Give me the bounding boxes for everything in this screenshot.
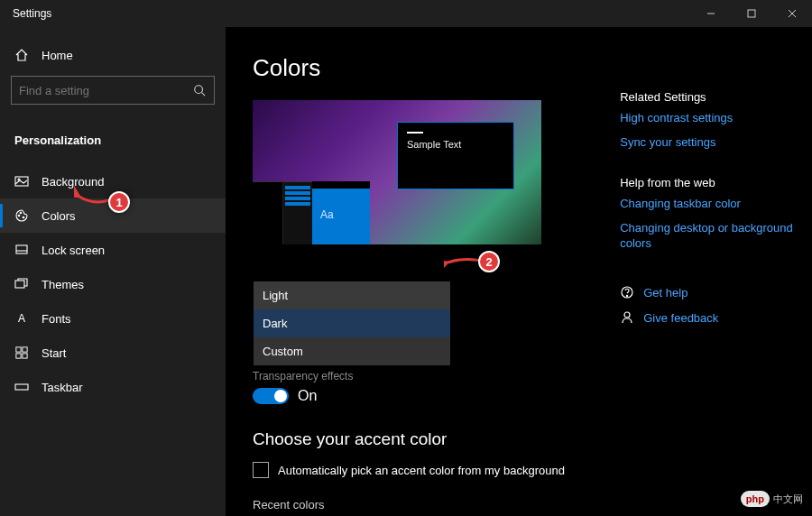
minimize-button[interactable] — [690, 0, 731, 27]
nav-label: Background — [42, 175, 104, 189]
start-icon — [14, 346, 29, 360]
nav-label: Themes — [42, 278, 84, 291]
nav-label: Colors — [42, 209, 76, 223]
recent-colors-label: Recent colors — [253, 498, 593, 511]
svg-rect-13 — [15, 281, 24, 288]
auto-accent-label: Automatically pick an accent color from … — [278, 464, 565, 477]
titlebar: Settings — [0, 0, 812, 27]
fonts-icon: A — [14, 311, 29, 326]
give-feedback-link[interactable]: Give feedback — [620, 310, 812, 325]
accent-heading: Choose your accent color — [253, 429, 593, 449]
color-mode-dropdown[interactable]: Light Dark Custom — [253, 281, 451, 366]
search-field[interactable] — [19, 84, 192, 97]
color-mode-option-dark[interactable]: Dark — [254, 309, 450, 337]
nav-lockscreen[interactable]: Lock screen — [0, 233, 226, 267]
color-mode-option-custom[interactable]: Custom — [254, 337, 450, 365]
svg-line-5 — [202, 93, 206, 97]
transparency-toggle[interactable] — [253, 388, 289, 404]
taskbar-icon — [14, 380, 29, 394]
svg-point-4 — [195, 86, 203, 94]
color-preview: Aa Sample Text — [253, 100, 541, 244]
annotation-callout-1: 1 — [108, 191, 130, 213]
nav-label: Start — [42, 346, 66, 360]
nav-themes[interactable]: Themes — [0, 267, 226, 301]
page-title: Colors — [253, 54, 593, 82]
auto-accent-checkbox[interactable] — [253, 462, 269, 478]
watermark: php 中文网 — [741, 491, 803, 507]
preview-aa: Aa — [320, 208, 334, 221]
link-high-contrast[interactable]: High contrast settings — [620, 111, 812, 126]
nav-fonts[interactable]: A Fonts — [0, 301, 226, 336]
preview-sample-text: Sample Text — [407, 139, 504, 150]
settings-window: Settings Home Personalization Backgro — [0, 0, 812, 516]
svg-rect-16 — [16, 354, 21, 358]
annotation-callout-2: 2 — [478, 251, 500, 272]
link-sync-settings[interactable]: Sync your settings — [620, 135, 812, 151]
window-title: Settings — [13, 7, 51, 20]
picture-icon — [14, 174, 29, 189]
watermark-logo: php — [741, 491, 770, 507]
nav-label: Lock screen — [42, 244, 105, 257]
svg-rect-18 — [15, 384, 28, 390]
svg-rect-1 — [748, 10, 755, 17]
nav-category: Personalization — [0, 123, 226, 157]
svg-point-21 — [624, 312, 630, 318]
feedback-icon — [620, 310, 634, 325]
nav-home-label: Home — [42, 49, 73, 62]
svg-point-20 — [627, 296, 628, 297]
watermark-text: 中文网 — [773, 493, 803, 506]
nav-home[interactable]: Home — [0, 38, 226, 72]
transparency-state: On — [298, 388, 317, 404]
right-column: Related Settings High contrast settings … — [620, 54, 812, 516]
preview-sample-window: Sample Text — [397, 122, 514, 189]
main-content: Colors Aa — [226, 27, 812, 516]
maximize-button[interactable] — [731, 0, 771, 27]
svg-rect-14 — [16, 347, 21, 352]
help-heading: Help from the web — [620, 176, 812, 189]
lock-icon — [14, 243, 29, 257]
get-help-link[interactable]: Get help — [620, 285, 812, 299]
nav-label: Taskbar — [42, 381, 83, 394]
themes-icon — [14, 277, 29, 291]
svg-point-8 — [18, 215, 20, 217]
svg-point-9 — [20, 212, 22, 214]
link-taskbar-color[interactable]: Changing taskbar color — [620, 197, 812, 212]
help-icon — [620, 285, 634, 299]
svg-rect-15 — [23, 347, 27, 352]
svg-rect-11 — [16, 245, 27, 253]
palette-icon — [14, 208, 29, 223]
search-icon — [192, 83, 207, 97]
color-mode-option-light[interactable]: Light — [254, 281, 450, 309]
nav-taskbar[interactable]: Taskbar — [0, 370, 226, 404]
transparency-label: Transparency effects — [253, 370, 593, 382]
svg-point-10 — [23, 217, 24, 218]
svg-rect-17 — [23, 354, 27, 358]
nav-start[interactable]: Start — [0, 336, 226, 370]
close-button[interactable] — [771, 0, 812, 27]
nav-label: Fonts — [42, 312, 71, 326]
related-heading: Related Settings — [620, 90, 812, 104]
search-input[interactable] — [11, 76, 215, 105]
link-desktop-colors[interactable]: Changing desktop or background colors — [620, 221, 812, 252]
sidebar: Home Personalization Background Colors — [0, 27, 226, 516]
home-icon — [14, 48, 29, 62]
